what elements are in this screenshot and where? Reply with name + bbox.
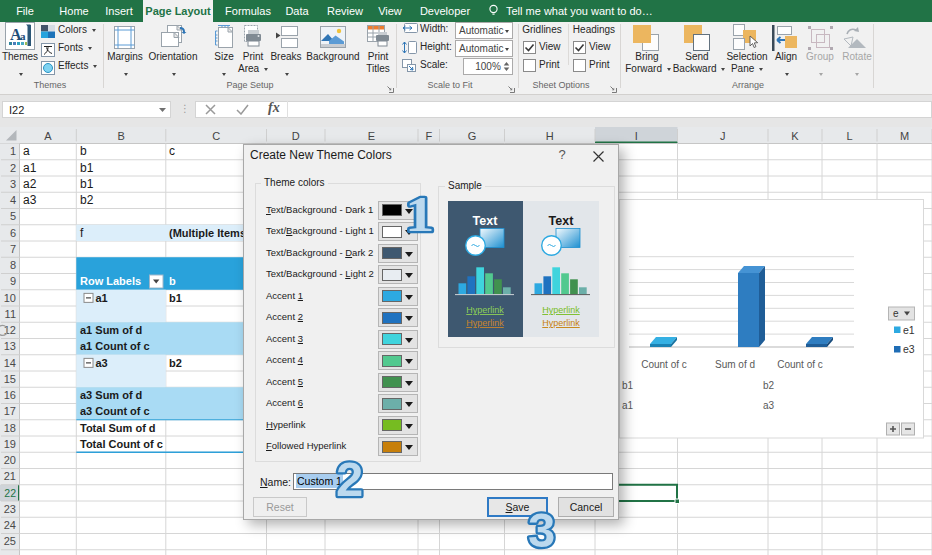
svg-text:1: 1 <box>405 186 435 242</box>
svg-text:3: 3 <box>528 503 555 555</box>
svg-text:2: 2 <box>336 452 363 506</box>
